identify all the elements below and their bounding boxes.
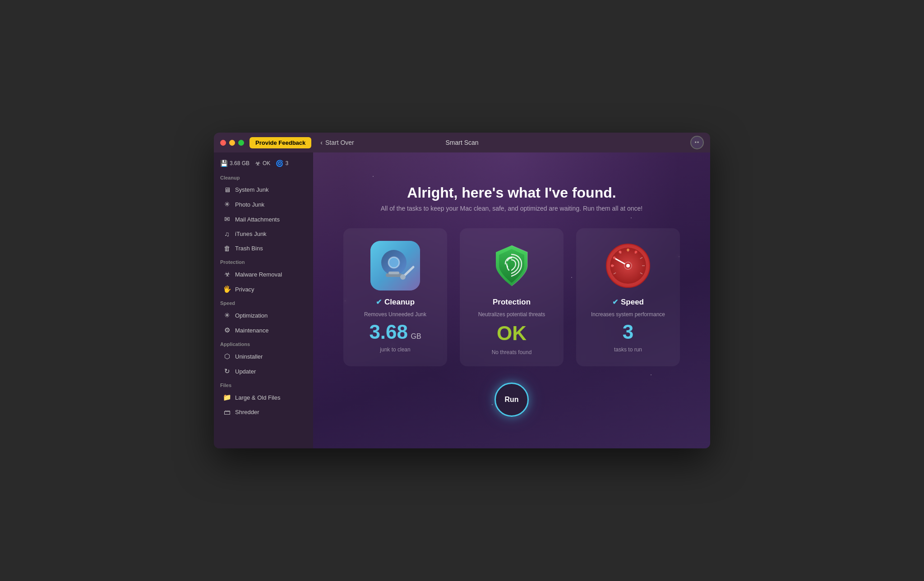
protection-card: Protection Neutralizes potential threats… (460, 228, 564, 366)
protection-title: Protection (493, 298, 531, 307)
shredder-icon: 🗃 (223, 408, 231, 416)
tasks-status: 🌀 3 (276, 160, 288, 167)
sidebar-item-trash-bins[interactable]: 🗑 Trash Bins (217, 241, 310, 255)
close-button[interactable] (220, 140, 226, 146)
maximize-button[interactable] (238, 140, 244, 146)
protection-status: ☣ OK (255, 160, 270, 167)
start-over-nav[interactable]: ‹ Start Over (320, 139, 354, 146)
run-button-wrap: Run (494, 383, 529, 417)
shredder-label: Shredder (235, 409, 259, 415)
photo-junk-label: Photo Junk (235, 201, 264, 208)
biohazard-icon: ☣ (255, 160, 261, 167)
speed-svg (603, 241, 653, 290)
tasks-value: 3 (285, 160, 288, 166)
speed-bottom-label: tasks to run (614, 346, 642, 353)
updater-label: Updater (235, 368, 256, 375)
avatar-button[interactable]: •• (690, 136, 704, 149)
system-junk-icon: 🖥 (223, 186, 231, 194)
svg-point-18 (611, 264, 614, 267)
uninstaller-label: Uninstaller (235, 353, 263, 360)
malware-removal-label: Malware Removal (235, 271, 282, 278)
sidebar-item-privacy[interactable]: 🖐 Privacy (217, 282, 310, 296)
sidebar-item-photo-junk[interactable]: ✳ Photo Junk (217, 197, 310, 212)
svg-point-2 (388, 257, 399, 268)
sidebar-item-itunes-junk[interactable]: ♫ iTunes Junk (217, 227, 310, 241)
speed-title-row: ✔ Speed (612, 298, 644, 307)
malware-icon: ☣ (223, 270, 231, 278)
mail-attachments-label: Mail Attachments (235, 216, 280, 223)
cleanup-icon-wrap (370, 241, 420, 290)
optimization-icon: ✳ (223, 311, 231, 319)
app-window: Provide Feedback ‹ Start Over Smart Scan… (214, 133, 710, 448)
star-decoration (651, 374, 651, 375)
speed-subtitle: Increases system performance (591, 311, 665, 318)
star-decoration (492, 404, 493, 405)
protection-bottom-label: No threats found (492, 349, 532, 355)
optimization-label: Optimization (235, 312, 268, 319)
cleanup-svg (370, 241, 420, 290)
minimize-button[interactable] (229, 140, 235, 146)
protection-icon (487, 241, 536, 290)
maintenance-label: Maintenance (235, 327, 268, 334)
sidebar: 💾 3.68 GB ☣ OK 🌀 3 Cleanup 🖥 System Junk (214, 152, 313, 448)
privacy-label: Privacy (235, 286, 254, 293)
system-junk-label: System Junk (235, 186, 268, 193)
heading-area: Alright, here's what I've found. All of … (381, 184, 643, 212)
svg-point-21 (627, 249, 629, 251)
uninstaller-icon: ⬡ (223, 352, 231, 360)
large-old-files-label: Large & Old Files (235, 394, 280, 401)
files-section-label: Files (214, 379, 313, 390)
speed-title: Speed (621, 298, 644, 307)
titlebar: Provide Feedback ‹ Start Over Smart Scan… (214, 133, 710, 152)
main-area: 💾 3.68 GB ☣ OK 🌀 3 Cleanup 🖥 System Junk (214, 152, 710, 448)
mail-icon: ✉ (223, 215, 231, 223)
cleanup-card: ✔ Cleanup Removes Unneeded Junk 3.68 GB … (343, 228, 447, 366)
privacy-icon: 🖐 (223, 285, 231, 293)
traffic-lights (220, 140, 244, 146)
sidebar-item-system-junk[interactable]: 🖥 System Junk (217, 183, 310, 197)
large-files-icon: 📁 (223, 393, 231, 401)
sidebar-item-mail-attachments[interactable]: ✉ Mail Attachments (217, 212, 310, 226)
svg-point-25 (626, 264, 630, 267)
storage-status: 💾 3.68 GB (220, 160, 249, 167)
speed-check-icon: ✔ (612, 298, 618, 306)
star-decoration (631, 217, 632, 218)
sidebar-item-optimization[interactable]: ✳ Optimization (217, 308, 310, 323)
protection-value: OK (497, 322, 527, 345)
cards-row: ✔ Cleanup Removes Unneeded Junk 3.68 GB … (343, 228, 680, 366)
trash-icon: 🗑 (223, 244, 231, 252)
cleanup-unit: GB (409, 332, 421, 340)
sidebar-item-shredder[interactable]: 🗃 Shredder (217, 405, 310, 419)
protection-section-label: Protection (214, 256, 313, 267)
cleanup-check-icon: ✔ (376, 298, 382, 306)
music-icon: ♫ (223, 230, 231, 238)
applications-section-label: Applications (214, 338, 313, 349)
sidebar-item-maintenance[interactable]: ⚙ Maintenance (217, 323, 310, 337)
cleanup-title-row: ✔ Cleanup (376, 298, 415, 307)
main-content: Alright, here's what I've found. All of … (313, 152, 710, 448)
protection-title-row: Protection (493, 298, 531, 307)
fan-icon: 🌀 (276, 160, 283, 167)
star-decoration (373, 176, 374, 177)
sidebar-item-large-old-files[interactable]: 📁 Large & Old Files (217, 390, 310, 405)
run-button[interactable]: Run (494, 383, 529, 417)
main-subheading: All of the tasks to keep your Mac clean,… (381, 205, 643, 212)
sidebar-item-uninstaller[interactable]: ⬡ Uninstaller (217, 349, 310, 364)
storage-value: 3.68 GB (230, 160, 249, 166)
cleanup-value: 3.68 GB (369, 322, 421, 342)
cleanup-title: Cleanup (384, 298, 415, 307)
updater-icon: ↻ (223, 367, 231, 375)
status-bar: 💾 3.68 GB ☣ OK 🌀 3 (214, 157, 313, 171)
svg-point-6 (400, 274, 406, 280)
sidebar-item-malware-removal[interactable]: ☣ Malware Removal (217, 267, 310, 281)
cleanup-bottom-label: junk to clean (380, 346, 410, 353)
feedback-button[interactable]: Provide Feedback (249, 137, 311, 148)
maintenance-icon: ⚙ (223, 326, 231, 334)
avatar-icon: •• (695, 139, 699, 146)
chevron-left-icon: ‹ (320, 139, 323, 146)
speed-section-label: Speed (214, 297, 313, 308)
protection-svg (487, 241, 536, 290)
protection-icon-wrap (487, 241, 536, 290)
itunes-junk-label: iTunes Junk (235, 231, 267, 237)
sidebar-item-updater[interactable]: ↻ Updater (217, 364, 310, 378)
